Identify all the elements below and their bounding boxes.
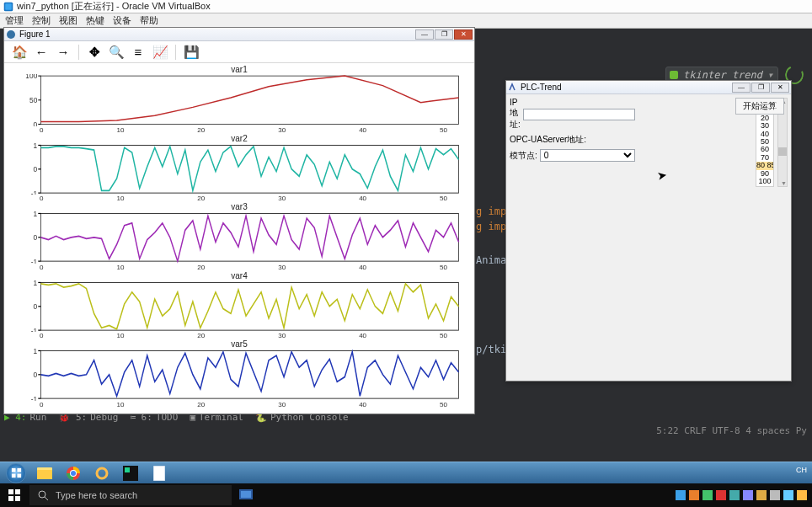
svg-rect-38	[11, 468, 15, 472]
notepad-icon[interactable]	[147, 464, 172, 483]
svg-rect-51	[8, 489, 13, 494]
svg-text:0: 0	[34, 164, 38, 173]
task-app-icon[interactable]	[232, 488, 260, 503]
start-button[interactable]	[0, 483, 29, 507]
minimize-button[interactable]: —	[732, 83, 751, 93]
svg-rect-41	[17, 473, 21, 478]
svg-point-2	[7, 30, 15, 39]
svg-text:0: 0	[34, 302, 38, 312]
subplot-var3: var3 -101 01020304050	[11, 202, 467, 271]
svg-text:1: 1	[34, 349, 38, 355]
svg-rect-1	[5, 3, 12, 10]
zoom-icon[interactable]: 🔍	[106, 43, 126, 61]
language-indicator[interactable]: CH	[796, 466, 807, 474]
search-placeholder: Type here to search	[56, 490, 137, 500]
win7-taskbar: CH	[0, 462, 812, 483]
settings-icon[interactable]	[89, 464, 115, 483]
figure-title: Figure 1	[19, 29, 414, 39]
menu-item[interactable]: 热键	[86, 14, 104, 27]
svg-point-47	[97, 468, 107, 478]
svg-rect-52	[15, 489, 20, 494]
svg-text:0: 0	[34, 120, 38, 126]
svg-text:-1: -1	[31, 326, 37, 332]
tray-icon[interactable]	[702, 490, 713, 500]
ip-input[interactable]	[523, 109, 635, 120]
close-button[interactable]: ✕	[771, 83, 789, 93]
tray-icon[interactable]	[797, 490, 807, 500]
svg-text:50: 50	[29, 96, 38, 104]
figure-toolbar: 🏠 ← → ✥ 🔍 ≡ 📈 💾	[4, 41, 474, 63]
chrome-icon[interactable]	[61, 464, 86, 483]
plc-titlebar[interactable]: PLC-Trend — ❐ ✕	[506, 81, 791, 94]
close-button[interactable]: ✕	[454, 29, 473, 40]
opc-label: OPC-UAServer地址:	[510, 134, 586, 146]
subplot-var5: var5 -101 01020304050	[11, 339, 467, 408]
subplot-var4: var4 -101 01020304050	[11, 271, 467, 340]
svg-rect-49	[125, 467, 130, 472]
figure-titlebar[interactable]: Figure 1 — ❐ ✕	[4, 28, 474, 41]
plc-title: PLC-Trend	[521, 83, 731, 92]
forward-icon[interactable]: →	[53, 43, 73, 61]
node-label: 模节点:	[510, 150, 537, 162]
subplot-var2: var2 -101 01020304050	[11, 134, 467, 203]
pan-icon[interactable]: ✥	[84, 43, 104, 61]
svg-text:-1: -1	[31, 189, 37, 195]
svg-text:1: 1	[34, 211, 38, 218]
search-box[interactable]: Type here to search	[29, 485, 232, 505]
tray-icon[interactable]	[716, 490, 726, 500]
start-button[interactable]	[3, 464, 29, 483]
ip-label: IP地址:	[510, 98, 521, 131]
menu-item[interactable]: 设备	[113, 14, 131, 27]
system-tray[interactable]	[676, 490, 812, 500]
back-icon[interactable]: ←	[31, 43, 51, 61]
plot-area: var1 050100 01020304050var2 -101 0102030…	[4, 63, 474, 414]
ide-statusbar: 5:22 CRLF UTF-8 4 spaces Py	[656, 425, 807, 436]
vbox-title: win7_python [正在运行] - Oracle VM VirtualBo…	[17, 0, 211, 13]
svg-rect-3	[40, 76, 458, 124]
explorer-icon[interactable]	[32, 464, 57, 483]
plc-window: PLC-Trend — ❐ ✕ IP地址: OPC-UAServer地址: 模节…	[505, 80, 792, 382]
mouse-cursor: ➤	[656, 168, 669, 183]
svg-point-46	[71, 471, 76, 476]
minimize-button[interactable]: —	[415, 29, 434, 40]
svg-rect-54	[15, 496, 20, 501]
maximize-button[interactable]: ❐	[435, 29, 453, 40]
tk-icon	[508, 83, 517, 92]
svg-rect-43	[37, 470, 52, 479]
python-icon	[6, 29, 16, 40]
node-select[interactable]: 0	[540, 149, 635, 162]
tray-icon[interactable]	[689, 490, 699, 500]
svg-text:0: 0	[34, 233, 38, 243]
svg-text:100: 100	[25, 74, 37, 80]
start-button[interactable]: 开始运算	[735, 98, 784, 115]
plc-form: IP地址: OPC-UAServer地址: 模节点: 0	[510, 98, 635, 377]
pycharm-icon[interactable]	[118, 464, 143, 483]
tray-icon[interactable]	[756, 490, 767, 500]
svg-text:1: 1	[34, 143, 38, 150]
svg-line-56	[45, 497, 48, 500]
svg-rect-50	[153, 466, 165, 481]
search-icon	[38, 490, 49, 501]
menu-item[interactable]: 帮助	[140, 14, 158, 27]
svg-rect-58	[241, 491, 251, 498]
tray-icon[interactable]	[676, 490, 686, 500]
menu-item[interactable]: 控制	[32, 14, 51, 27]
tray-icon[interactable]	[783, 490, 793, 500]
menu-item[interactable]: 视图	[59, 14, 77, 27]
edit-icon[interactable]: 📈	[150, 43, 170, 61]
tray-icon[interactable]	[729, 490, 740, 500]
maximize-button[interactable]: ❐	[751, 83, 770, 93]
svg-rect-39	[17, 468, 21, 472]
editor-fragment: g imp g imp Anima p/tki	[476, 204, 506, 357]
subplots-icon[interactable]: ≡	[128, 43, 148, 61]
svg-rect-53	[8, 496, 13, 501]
subplot-var1: var1 050100 01020304050	[11, 65, 467, 134]
home-icon[interactable]: 🏠	[9, 43, 29, 61]
svg-point-55	[39, 491, 45, 498]
tray-icon[interactable]	[743, 490, 753, 500]
save-icon[interactable]: 💾	[181, 43, 201, 61]
menu-item[interactable]: 管理	[5, 14, 24, 27]
vbox-titlebar: win7_python [正在运行] - Oracle VM VirtualBo…	[0, 0, 812, 13]
tray-icon[interactable]	[770, 490, 780, 500]
svg-text:-1: -1	[31, 395, 37, 401]
